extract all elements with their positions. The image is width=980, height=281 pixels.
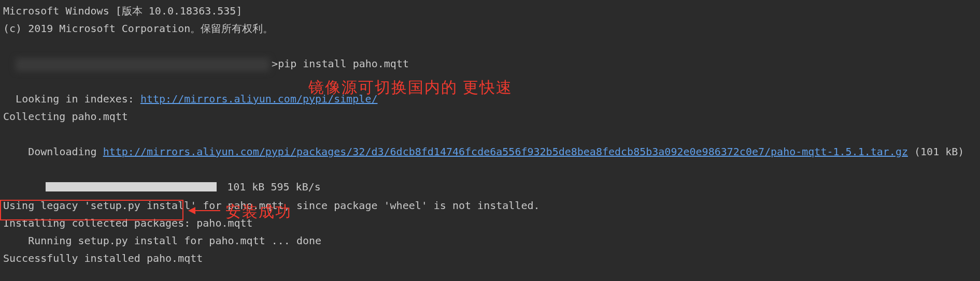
terminal-line-command: >pip install paho.mqtt [3,37,980,72]
annotation-success-note: 安装成功 [225,203,292,220]
terminal-line-download: Downloading http://mirrors.aliyun.com/py… [3,125,980,160]
terminal-line-legacy: Using legacy 'setup.py install' for paho… [3,197,980,214]
progress-bar [46,182,217,191]
terminal-line-version: Microsoft Windows [版本 10.0.18363.535] [3,2,980,20]
download-link[interactable]: http://mirrors.aliyun.com/pypi/packages/… [103,145,908,158]
terminal-line-installing: Installing collected packages: paho.mqtt [3,214,980,232]
terminal-line-copyright: (c) 2019 Microsoft Corporation。保留所有权利。 [3,20,980,37]
terminal-line-progress: 101 kB 595 kB/s [3,160,980,197]
command-text: >pip install paho.mqtt [272,57,409,70]
progress-text: 101 kB 595 kB/s [221,178,321,196]
indexes-label: Looking in indexes: [16,93,140,105]
download-label: Downloading [16,145,103,158]
terminal-line-collecting: Collecting paho.mqtt [3,108,980,125]
annotation-arrow-icon [189,210,220,211]
download-size: (101 kB) [908,145,964,158]
terminal-line-success: Successfully installed paho.mqtt [3,249,980,267]
terminal-line-running: Running setup.py install for paho.mqtt .… [3,232,980,249]
redacted-prompt [16,58,269,71]
annotation-mirror-note: 镜像源可切换国内的 更快速 [308,79,513,96]
